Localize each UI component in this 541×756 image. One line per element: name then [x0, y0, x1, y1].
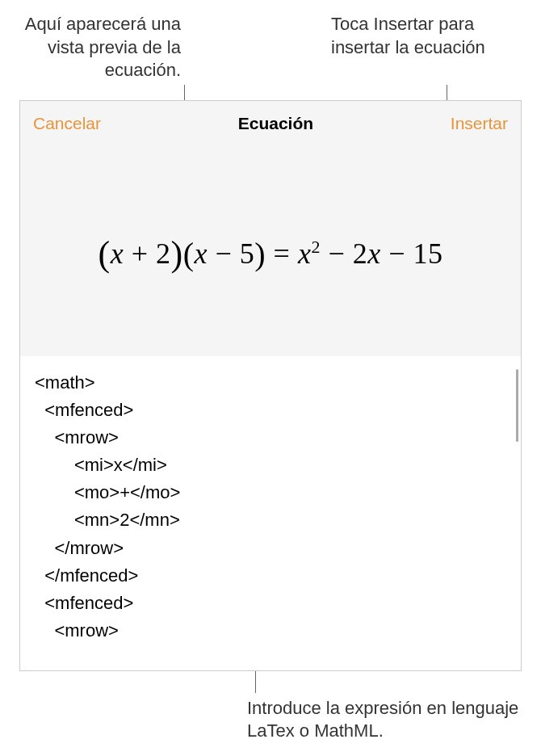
- rendered-equation: (x + 2)(x − 5) = x2 − 2x − 15: [99, 231, 443, 272]
- scrollbar[interactable]: [516, 369, 518, 442]
- callout-preview: Aquí aparecerá una vista previa de la ec…: [19, 13, 181, 82]
- dialog-title: Ecuación: [238, 114, 313, 133]
- callout-input: Introduce la expresión en lenguaje LaTex…: [247, 697, 522, 743]
- equation-input[interactable]: <math> <mfenced> <mrow> <mi>x</mi> <mo>+…: [20, 356, 521, 670]
- cancel-button[interactable]: Cancelar: [33, 114, 101, 133]
- equation-dialog: Cancelar Ecuación Insertar (x + 2)(x − 5…: [19, 100, 522, 671]
- equation-preview: (x + 2)(x − 5) = x2 − 2x − 15: [20, 146, 521, 356]
- callout-insert: Toca Insertar para insertar la ecuación: [331, 13, 493, 59]
- insert-button[interactable]: Insertar: [451, 114, 508, 133]
- dialog-header: Cancelar Ecuación Insertar: [20, 101, 521, 146]
